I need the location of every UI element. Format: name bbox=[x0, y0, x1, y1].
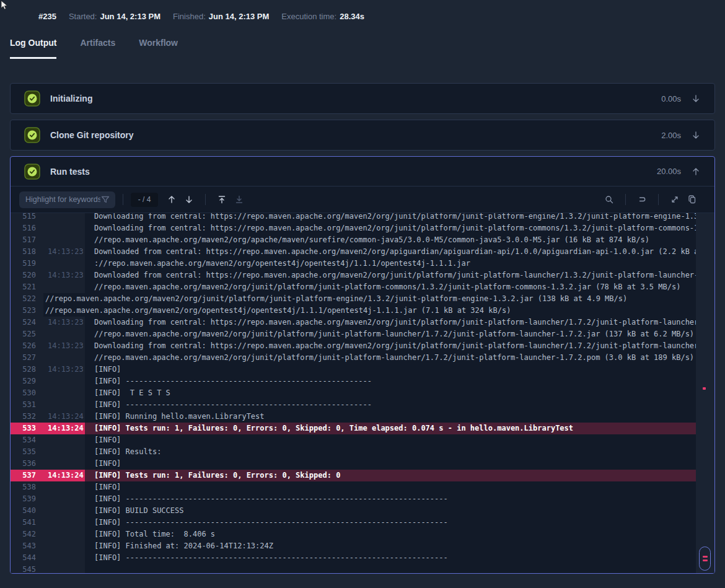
step-card-initializing: Initializing 0.00s bbox=[10, 83, 715, 114]
step-duration: 2.00s bbox=[661, 131, 681, 140]
arrow-down-icon bbox=[184, 195, 194, 204]
log-line: 521//repo.maven.apache.org/maven2/org/ju… bbox=[11, 281, 714, 293]
line-timestamp: 14:13:24 bbox=[43, 423, 85, 434]
log-scrollbar-track[interactable] bbox=[696, 213, 714, 573]
log-lines: 515Downloading from central: https://rep… bbox=[11, 213, 714, 573]
line-number: 543 bbox=[11, 540, 43, 552]
line-number: 517 bbox=[11, 234, 43, 246]
tab-log-output[interactable]: Log Output bbox=[10, 38, 56, 59]
log-line: 52014:13:23Downloaded from central: http… bbox=[11, 270, 714, 281]
line-timestamp: 14:13:24 bbox=[43, 411, 85, 423]
tab-artifacts[interactable]: Artifacts bbox=[80, 38, 115, 59]
line-number: 532 bbox=[11, 411, 43, 423]
copy-log-button[interactable] bbox=[683, 191, 701, 208]
step-header-initializing[interactable]: Initializing 0.00s bbox=[11, 84, 714, 113]
line-timestamp bbox=[43, 493, 85, 505]
line-timestamp bbox=[43, 222, 85, 234]
line-text bbox=[85, 564, 714, 573]
line-text: Downloading from central: https://repo.m… bbox=[85, 317, 714, 328]
log-line: 53214:13:24[INFO] Running hello.maven.Li… bbox=[11, 411, 714, 423]
scrollbar-thumb[interactable] bbox=[699, 546, 711, 571]
line-text: [INFO] bbox=[85, 481, 714, 493]
log-line: 541[INFO] ------------------------------… bbox=[11, 517, 714, 529]
step-card-run-tests: Run tests 20.00s Highlight for keywords … bbox=[10, 156, 715, 574]
run-finished: Finished: Jun 14, 2:13 PM bbox=[173, 12, 269, 21]
log-line: 52414:13:23Downloading from central: htt… bbox=[11, 317, 714, 328]
line-timestamp bbox=[43, 375, 85, 387]
log-line: 544[INFO] ------------------------------… bbox=[11, 552, 714, 564]
search-icon bbox=[604, 195, 614, 204]
line-number: 520 bbox=[11, 270, 43, 281]
run-info-bar: #235 Started: Jun 14, 2:13 PM Finished: … bbox=[0, 0, 725, 21]
line-timestamp: 14:13:24 bbox=[43, 470, 85, 481]
step-header-run-tests[interactable]: Run tests 20.00s bbox=[11, 157, 714, 186]
log-line: 538[INFO] bbox=[11, 481, 714, 493]
match-marker bbox=[703, 556, 708, 558]
line-number: 531 bbox=[11, 399, 43, 411]
line-timestamp bbox=[43, 540, 85, 552]
log-line: 516Downloading from central: https://rep… bbox=[11, 222, 714, 234]
line-number: 528 bbox=[11, 364, 43, 375]
line-text: //repo.maven.apache.org/maven2/org/junit… bbox=[43, 293, 714, 305]
execution-time-value: 28.34s bbox=[340, 12, 364, 21]
log-line-highlighted: 53714:13:24[INFO] Tests run: 1, Failures… bbox=[11, 470, 714, 481]
expand-icon bbox=[670, 195, 680, 204]
line-text: //repo.maven.apache.org/maven2/org/junit… bbox=[85, 281, 714, 293]
line-timestamp bbox=[43, 564, 85, 573]
chevron-down-icon[interactable] bbox=[691, 130, 701, 140]
log-line: 522//repo.maven.apache.org/maven2/org/ju… bbox=[11, 293, 714, 305]
tab-workflow[interactable]: Workflow bbox=[139, 38, 178, 59]
log-viewport[interactable]: 515Downloading from central: https://rep… bbox=[11, 213, 714, 573]
line-text: Downloaded from central: https://repo.ma… bbox=[85, 270, 714, 281]
scroll-to-top-icon bbox=[217, 195, 227, 204]
line-number: 538 bbox=[11, 481, 43, 493]
soft-wrap-button[interactable] bbox=[633, 191, 651, 208]
log-line: 530[INFO] T E S T S bbox=[11, 387, 714, 399]
line-number: 544 bbox=[11, 552, 43, 564]
line-number: 516 bbox=[11, 222, 43, 234]
step-title: Initializing bbox=[50, 94, 661, 103]
line-timestamp: 14:13:23 bbox=[43, 340, 85, 352]
log-line: 540[INFO] BUILD SUCCESS bbox=[11, 505, 714, 517]
finished-value: Jun 14, 2:13 PM bbox=[209, 12, 270, 21]
line-text: [INFO] Total time: 8.406 s bbox=[85, 529, 714, 540]
line-timestamp bbox=[43, 234, 85, 246]
log-line: 539[INFO] ------------------------------… bbox=[11, 493, 714, 505]
line-timestamp bbox=[43, 352, 85, 364]
line-number: 525 bbox=[11, 328, 43, 340]
search-button[interactable] bbox=[600, 191, 618, 208]
line-text: [INFO] Results: bbox=[85, 446, 714, 458]
line-timestamp bbox=[43, 481, 85, 493]
chevron-down-icon[interactable] bbox=[691, 94, 701, 103]
line-number: 539 bbox=[11, 493, 43, 505]
line-number: 529 bbox=[11, 375, 43, 387]
log-line: 543[INFO] Finished at: 2024-06-14T12:13:… bbox=[11, 540, 714, 552]
log-line: 529[INFO] ------------------------------… bbox=[11, 375, 714, 387]
step-header-clone-git-repository[interactable]: Clone Git repository 2.00s bbox=[11, 120, 714, 150]
log-line: 531[INFO] ------------------------------… bbox=[11, 399, 714, 411]
scroll-to-bottom-button[interactable] bbox=[231, 191, 248, 208]
fullscreen-button[interactable] bbox=[666, 191, 683, 208]
log-line: 545 bbox=[11, 564, 714, 573]
steps-list: Initializing 0.00s Clone Git repository … bbox=[10, 83, 715, 574]
toolbar-divider bbox=[658, 194, 659, 205]
line-text: [INFO] ---------------------------------… bbox=[85, 399, 714, 411]
line-timestamp bbox=[43, 399, 85, 411]
line-timestamp bbox=[43, 213, 85, 222]
scroll-to-top-button[interactable] bbox=[213, 191, 231, 208]
copy-icon bbox=[687, 195, 697, 204]
line-text: Downloading from central: https://repo.m… bbox=[85, 340, 714, 352]
line-timestamp bbox=[43, 552, 85, 564]
chevron-up-icon[interactable] bbox=[691, 167, 701, 177]
toolbar-divider bbox=[123, 194, 123, 205]
line-timestamp: 14:13:23 bbox=[43, 317, 85, 328]
highlight-keywords-placeholder: Highlight for keywords bbox=[25, 195, 100, 204]
line-timestamp bbox=[43, 517, 85, 529]
highlight-keywords-input[interactable]: Highlight for keywords bbox=[19, 191, 115, 208]
previous-match-button[interactable] bbox=[163, 191, 180, 208]
run-started: Started: Jun 14, 2:13 PM bbox=[69, 12, 160, 21]
line-number: 534 bbox=[11, 434, 43, 446]
log-line: 534[INFO] bbox=[11, 434, 714, 446]
next-match-button[interactable] bbox=[180, 191, 198, 208]
line-timestamp bbox=[43, 328, 85, 340]
